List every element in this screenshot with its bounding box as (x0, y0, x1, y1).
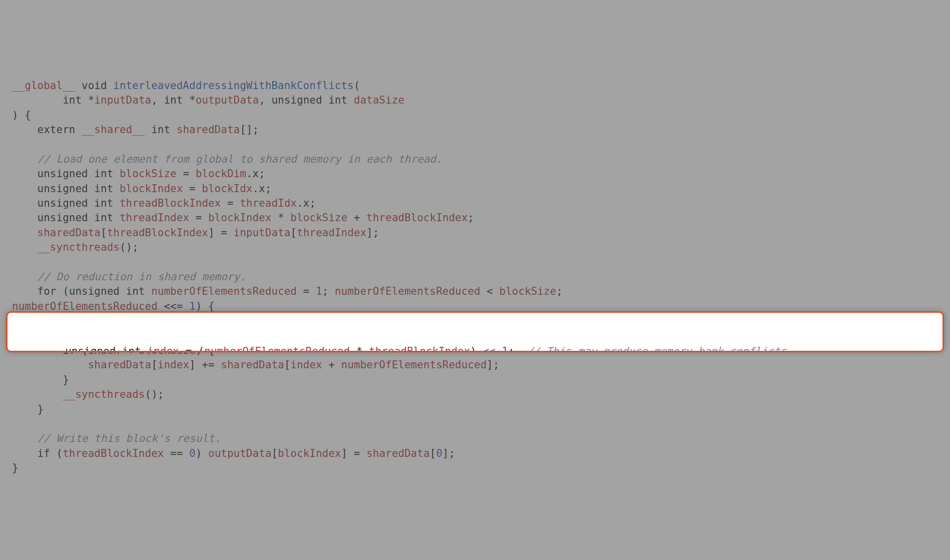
t: * (271, 212, 290, 224)
t: int (145, 124, 177, 136)
t: ]; (366, 227, 379, 239)
t: = ( (179, 345, 205, 352)
t: ) (196, 447, 208, 459)
t: < (481, 285, 500, 297)
kw-syncthreads: __syncthreads (38, 241, 120, 253)
t: blockIndex (208, 212, 271, 224)
brace: ) { (12, 109, 31, 121)
t: == (164, 447, 189, 459)
t: if ( (12, 447, 63, 459)
t: 0 (189, 447, 196, 459)
t: ]; (487, 359, 499, 371)
t: blockSize (290, 212, 347, 224)
code-block: __global__ void interleavedAddressingWit… (0, 59, 950, 481)
var-threadidx: threadIdx (240, 197, 297, 209)
var-blockdim: blockDim (196, 168, 246, 180)
t: numberOfElementsReduced (204, 345, 350, 352)
t: ; (322, 285, 335, 297)
t: = (189, 212, 208, 224)
t: ; (467, 212, 474, 224)
var-blockindex: blockIndex (120, 183, 183, 195)
comment-reduction: // Do reduction in shared memory. (12, 271, 246, 283)
t: [ (101, 227, 107, 239)
t: * (350, 345, 369, 352)
var-threadindex: threadIndex (120, 212, 189, 224)
t: unsigned int (12, 183, 120, 195)
t: 0 (436, 447, 442, 459)
var-blockidx: blockIdx (202, 183, 252, 195)
t: ] += (189, 359, 221, 371)
t: numberOfElementsReduced (12, 300, 158, 312)
t: [ (151, 359, 158, 371)
t: + (322, 359, 341, 371)
t (12, 227, 38, 239)
t (12, 359, 88, 371)
param-indent: int * (12, 94, 94, 106)
t: []; (240, 124, 259, 136)
num-1: 1 (502, 345, 509, 352)
t: = (177, 168, 196, 180)
t: blockIndex (278, 447, 341, 459)
brace-close: } (12, 403, 44, 415)
t: ]; (442, 447, 455, 459)
t (12, 241, 38, 253)
t: [ (430, 447, 436, 459)
t: sharedData (88, 359, 151, 371)
var-index: index (148, 345, 179, 352)
t: ] = (208, 227, 234, 239)
t: , unsigned int (259, 94, 354, 106)
t: unsigned int (12, 168, 120, 180)
t: ; (556, 285, 563, 297)
t: (); (145, 388, 164, 400)
highlighted-code: unsigned int index = (numberOfElementsRe… (8, 342, 942, 352)
t: [ (290, 227, 297, 239)
t: sharedData (38, 227, 101, 239)
t: for (unsigned int (12, 285, 151, 297)
t: .x; (297, 197, 316, 209)
t: threadBlockIndex (107, 227, 208, 239)
paren: ( (354, 80, 360, 92)
t: = (297, 285, 316, 297)
t: threadIndex (297, 227, 366, 239)
kw-global: __global__ (12, 80, 75, 92)
t: blockSize (500, 285, 557, 297)
t: numberOfElementsReduced (335, 285, 481, 297)
t: unsigned int (12, 212, 120, 224)
t: index (158, 359, 189, 371)
t: threadBlockIndex (366, 212, 467, 224)
t: index (290, 359, 322, 371)
t: .x; (246, 168, 265, 180)
t: outputData (208, 447, 271, 459)
num-1: 1 (316, 285, 322, 297)
t: unsigned int (15, 345, 148, 352)
t (12, 388, 63, 400)
kw-syncthreads: __syncthreads (63, 388, 145, 400)
t: sharedData (221, 359, 284, 371)
t: ) (470, 345, 483, 352)
t (496, 345, 502, 352)
t: = (221, 197, 240, 209)
var-shareddata: sharedData (177, 124, 240, 136)
comment-write: // Write this block's result. (12, 432, 221, 444)
kw-void: void (75, 80, 113, 92)
brace-close: } (12, 462, 19, 474)
t: threadBlockIndex (63, 447, 164, 459)
t: 1 (189, 300, 196, 312)
highlighted-line: unsigned int index = (numberOfElementsRe… (6, 311, 944, 352)
var-blocksize: blockSize (120, 168, 177, 180)
t: = (183, 183, 202, 195)
t: ) { (196, 300, 215, 312)
param-inputdata: inputData (94, 94, 151, 106)
fn-name: interleavedAddressingWithBankConflicts (113, 80, 353, 92)
t: [ (284, 359, 291, 371)
extern: extern (12, 124, 82, 136)
param-datasize: dataSize (354, 94, 404, 106)
t: .x; (252, 183, 271, 195)
kw-shared: __shared__ (82, 124, 145, 136)
comment-bank-conflict: // This may produce memory bank conflict… (527, 345, 793, 352)
t: unsigned int (12, 197, 120, 209)
t: ; (508, 345, 527, 352)
t: threadBlockIndex (369, 345, 470, 352)
t: (); (120, 241, 139, 253)
var-threadblockindex: threadBlockIndex (120, 197, 221, 209)
